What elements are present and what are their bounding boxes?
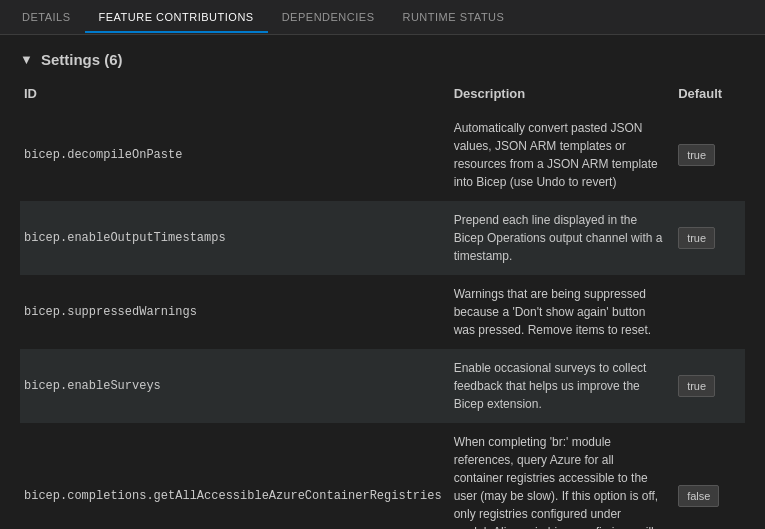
- default-badge: true: [678, 375, 715, 398]
- row-description: When completing 'br:' module references,…: [450, 423, 674, 529]
- table-row: bicep.decompileOnPasteAutomatically conv…: [20, 109, 745, 201]
- row-description: Warnings that are being suppressed becau…: [450, 275, 674, 349]
- tab-dependencies[interactable]: DEPENDENCIES: [268, 3, 389, 33]
- tab-details[interactable]: DETAILS: [8, 3, 85, 33]
- row-default: [674, 275, 745, 349]
- row-description: Enable occasional surveys to collect fee…: [450, 349, 674, 423]
- tab-bar: DETAILS FEATURE CONTRIBUTIONS DEPENDENCI…: [0, 0, 765, 35]
- tab-feature-contributions[interactable]: FEATURE CONTRIBUTIONS: [85, 3, 268, 33]
- row-default: true: [674, 109, 745, 201]
- row-default: true: [674, 201, 745, 275]
- collapse-triangle[interactable]: ▼: [20, 52, 33, 67]
- main-content: ▼ Settings (6) ID Description Default bi…: [0, 35, 765, 529]
- default-badge: false: [678, 485, 719, 508]
- row-default: true: [674, 349, 745, 423]
- row-description: Automatically convert pasted JSON values…: [450, 109, 674, 201]
- tab-runtime-status[interactable]: RUNTIME STATUS: [388, 3, 518, 33]
- table-row: bicep.enableSurveysEnable occasional sur…: [20, 349, 745, 423]
- row-id: bicep.completions.getAllAccessibleAzureC…: [20, 423, 450, 529]
- row-id: bicep.enableOutputTimestamps: [20, 201, 450, 275]
- row-id: bicep.suppressedWarnings: [20, 275, 450, 349]
- default-badge: true: [678, 144, 715, 167]
- table-row: bicep.enableOutputTimestampsPrepend each…: [20, 201, 745, 275]
- row-description: Prepend each line displayed in the Bicep…: [450, 201, 674, 275]
- feature-table: ID Description Default bicep.decompileOn…: [20, 82, 745, 529]
- col-header-description: Description: [450, 82, 674, 109]
- row-id: bicep.decompileOnPaste: [20, 109, 450, 201]
- col-header-default: Default: [674, 82, 745, 109]
- table-row: bicep.suppressedWarningsWarnings that ar…: [20, 275, 745, 349]
- section-header: ▼ Settings (6): [20, 51, 745, 68]
- section-title: Settings (6): [41, 51, 123, 68]
- row-default: false: [674, 423, 745, 529]
- default-badge: true: [678, 227, 715, 250]
- col-header-id: ID: [20, 82, 450, 109]
- row-id: bicep.enableSurveys: [20, 349, 450, 423]
- table-row: bicep.completions.getAllAccessibleAzureC…: [20, 423, 745, 529]
